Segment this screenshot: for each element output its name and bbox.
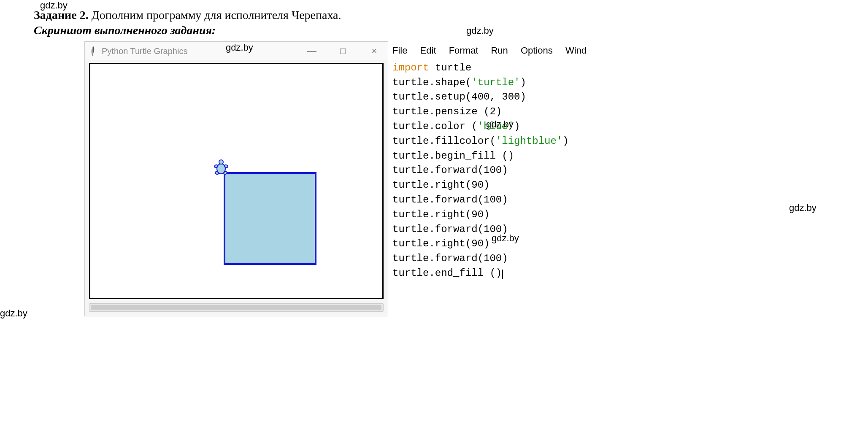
code-line: turtle.forward(100) [392,222,597,237]
maximize-button[interactable]: □ [334,46,352,56]
python-feather-icon [89,46,97,57]
menu-window[interactable]: Wind [565,45,587,56]
turtle-canvas [89,63,384,299]
screenshot-area: Python Turtle Graphics — □ × [84,41,834,316]
code-line: turtle.pensize (2) [392,105,597,119]
code-line: turtle.end_fill () [392,266,597,281]
code-editor: File Edit Format Run Options Wind import… [392,41,597,281]
watermark: gdz.by [0,308,27,319]
editor-menu-bar: File Edit Format Run Options Wind [392,41,597,61]
code-line: turtle.right(90) [392,237,597,251]
menu-run[interactable]: Run [491,45,508,56]
svg-point-1 [219,160,223,164]
menu-format[interactable]: Format [449,45,479,56]
code-line: turtle.setup(400, 300) [392,90,597,105]
minimize-button[interactable]: — [303,46,321,56]
menu-edit[interactable]: Edit [420,45,436,56]
code-line: import turtle [392,61,597,76]
code-line: turtle.fillcolor('lightblue') [392,134,597,149]
window-titlebar: Python Turtle Graphics — □ × [85,42,388,60]
task-text: Дополним программу для исполнителя Череп… [89,8,341,22]
editor-text-area[interactable]: import turtle turtle.shape('turtle') tur… [392,61,597,281]
drawn-square [224,172,316,265]
text-cursor [502,270,503,279]
code-line: turtle.forward(100) [392,163,597,178]
window-title: Python Turtle Graphics [102,46,303,56]
horizontal-scrollbar[interactable] [89,303,384,312]
code-line: turtle.shape('turtle') [392,76,597,90]
code-line: turtle.forward(100) [392,193,597,208]
code-line: turtle.color ('blue') [392,119,597,134]
menu-options[interactable]: Options [521,45,553,56]
close-button[interactable]: × [365,46,384,56]
code-line: turtle.begin_fill () [392,149,597,164]
menu-file[interactable]: File [392,45,407,56]
task-label: Задание 2. [34,8,89,22]
turtle-cursor-icon [212,158,230,176]
task-subtitle: Скриншот выполненного задания: [34,24,834,37]
code-line: turtle.right(90) [392,178,597,193]
code-line: turtle.forward(100) [392,251,597,266]
task-line: Задание 2. Дополним программу для исполн… [34,8,834,22]
turtle-graphics-window: Python Turtle Graphics — □ × [84,41,388,316]
code-line: turtle.right(90) [392,208,597,222]
